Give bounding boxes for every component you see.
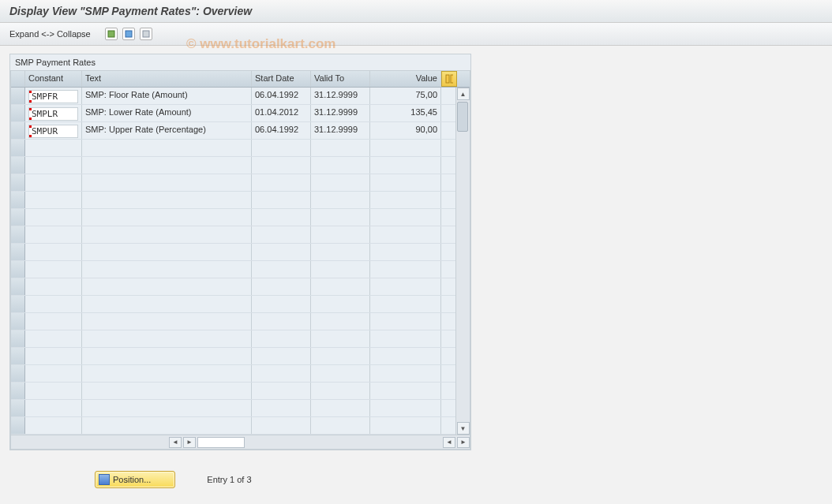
svg-rect-0 [108, 31, 114, 37]
cell-value: 90,00 [370, 122, 441, 139]
toolbar-icon-3[interactable] [140, 28, 152, 40]
svg-rect-1 [126, 31, 132, 37]
toolbar-icon-2[interactable] [122, 28, 135, 40]
scroll-left2-icon[interactable]: ◄ [443, 437, 455, 448]
table-row [11, 313, 470, 330]
row-spacer [441, 88, 457, 104]
col-header-text[interactable]: Text [82, 71, 252, 87]
horizontal-scrollbar[interactable]: ◄ ► ◄ ► [11, 435, 470, 449]
panel-title: SMP Payment Rates [10, 54, 470, 70]
vertical-scrollbar[interactable]: ▲ ▼ [455, 88, 470, 435]
cell-valid: 31.12.9999 [311, 105, 370, 121]
data-grid: Constant Text Start Date Valid To Value … [10, 70, 470, 450]
scroll-left-icon[interactable]: ◄ [169, 437, 182, 448]
table-row [11, 417, 470, 435]
table-row [11, 261, 470, 278]
toolbar: Expand <-> Collapse [0, 23, 832, 46]
table-row [11, 157, 470, 174]
hscroll-track[interactable] [197, 437, 245, 448]
table-row [11, 383, 470, 400]
cell-start: 01.04.2012 [252, 105, 311, 121]
toolbar-icon-1[interactable] [105, 28, 118, 40]
position-button[interactable]: Position... [95, 471, 175, 488]
col-header-start[interactable]: Start Date [252, 71, 311, 87]
cell-valid: 31.12.9999 [311, 88, 370, 104]
table-row [11, 209, 470, 226]
table-row[interactable]: SMPUR SMP: Upper Rate (Percentage) 06.04… [11, 122, 470, 140]
col-header-valid[interactable]: Valid To [311, 71, 370, 87]
scroll-right-icon[interactable]: ► [183, 437, 196, 448]
svg-rect-2 [143, 31, 149, 37]
configure-columns-icon[interactable] [441, 71, 457, 87]
cell-text: SMP: Upper Rate (Percentage) [82, 122, 252, 139]
grid-header: Constant Text Start Date Valid To Value [11, 71, 470, 88]
scroll-right2-icon[interactable]: ► [457, 437, 470, 448]
table-row [11, 296, 470, 313]
scroll-up-icon[interactable]: ▲ [457, 88, 470, 100]
table-row [11, 226, 470, 244]
cell-value: 75,00 [370, 88, 441, 104]
row-selector-header [11, 71, 25, 87]
table-row [11, 365, 470, 383]
cell-value: 135,45 [370, 105, 441, 121]
expand-collapse-button[interactable]: Expand <-> Collapse [9, 29, 91, 39]
position-icon [99, 474, 110, 485]
cell-constant[interactable]: SMPLR [28, 107, 78, 121]
table-row [11, 140, 470, 157]
col-header-constant[interactable]: Constant [25, 71, 82, 87]
row-selector[interactable] [11, 88, 25, 104]
cell-constant[interactable]: SMPFR [28, 90, 78, 103]
table-row [11, 244, 470, 261]
entry-counter: Entry 1 of 3 [207, 475, 251, 484]
cell-start: 06.04.1992 [252, 122, 311, 139]
cell-start: 06.04.1992 [252, 88, 311, 104]
footer: Position... Entry 1 of 3 [0, 458, 832, 501]
col-header-value[interactable]: Value [370, 71, 441, 87]
table-row [11, 330, 470, 348]
scroll-down-icon[interactable]: ▼ [457, 422, 470, 435]
smp-rates-panel: SMP Payment Rates Constant Text Start Da… [9, 54, 471, 450]
cell-valid: 31.12.9999 [311, 122, 370, 139]
row-selector[interactable] [11, 122, 25, 139]
table-row[interactable]: SMPLR SMP: Lower Rate (Amount) 01.04.201… [11, 105, 470, 122]
table-row [11, 400, 470, 417]
table-row [11, 348, 470, 365]
position-label: Position... [113, 475, 151, 484]
table-row [11, 278, 470, 296]
grid-body: SMPFR SMP: Floor Rate (Amount) 06.04.199… [11, 88, 470, 435]
scroll-thumb[interactable] [457, 102, 468, 132]
page-title: Display View "SMP Payment Rates": Overvi… [0, 0, 832, 23]
cell-text: SMP: Lower Rate (Amount) [82, 105, 252, 121]
svg-rect-4 [451, 75, 453, 83]
row-spacer [441, 105, 457, 121]
row-spacer [441, 122, 457, 139]
table-row [11, 174, 470, 192]
table-row[interactable]: SMPFR SMP: Floor Rate (Amount) 06.04.199… [11, 88, 470, 105]
row-selector[interactable] [11, 105, 25, 121]
svg-rect-3 [446, 75, 449, 83]
cell-constant[interactable]: SMPUR [28, 125, 78, 138]
cell-text: SMP: Floor Rate (Amount) [82, 88, 252, 104]
table-row [11, 192, 470, 209]
